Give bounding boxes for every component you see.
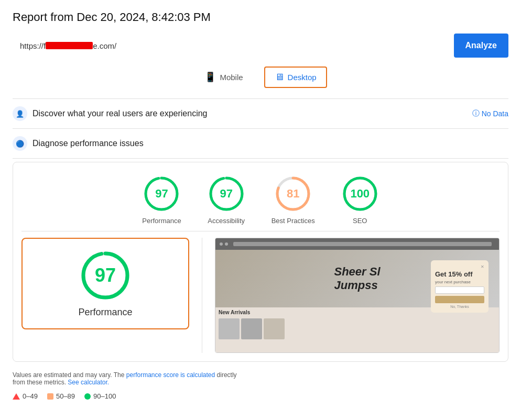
seo-value: 100 bbox=[350, 187, 370, 201]
big-performance-value: 97 bbox=[95, 264, 116, 286]
mock-address-bar bbox=[233, 242, 492, 246]
accessibility-circle: 97 bbox=[208, 175, 245, 213]
footnote-text1: Values are estimated and may vary. The bbox=[13, 371, 126, 379]
calculator-link[interactable]: See calculator. bbox=[68, 379, 109, 386]
real-users-title: Discover what your real users are experi… bbox=[32, 109, 467, 118]
url-bar-row: https://f e.com/ Analyze bbox=[13, 34, 508, 58]
scores-row: 97 Performance 97 Accessibility bbox=[21, 175, 500, 225]
score-seo[interactable]: 100 SEO bbox=[341, 175, 379, 225]
mock-thumb-3 bbox=[264, 318, 285, 339]
mock-hero: Sheer SlJumpss ✕ Get 15% off your next p… bbox=[215, 250, 499, 307]
accessibility-value: 97 bbox=[220, 187, 232, 201]
mobile-icon: 📱 bbox=[204, 71, 216, 83]
legend-green-icon bbox=[84, 393, 91, 400]
desktop-label: Desktop bbox=[288, 73, 317, 82]
mock-popup-decline: No, Thanks bbox=[435, 305, 484, 308]
screenshot-mockup: Sheer SlJumpss ✕ Get 15% off your next p… bbox=[215, 238, 499, 352]
legend-orange-icon bbox=[47, 393, 53, 400]
mock-thumb-2 bbox=[241, 318, 262, 339]
legend-green-label: 90–100 bbox=[93, 392, 116, 400]
mock-popup-input bbox=[435, 286, 484, 294]
mock-content: Sheer SlJumpss ✕ Get 15% off your next p… bbox=[215, 250, 499, 352]
desktop-option[interactable]: 🖥 Desktop bbox=[264, 67, 327, 88]
legend-red: 0–49 bbox=[13, 392, 38, 400]
mock-popup-sub: your next purchase bbox=[435, 280, 484, 284]
legend-orange-label: 50–89 bbox=[56, 392, 75, 400]
detail-section: 97 Performance Sheer SlJumpss ✕ bbox=[21, 238, 500, 353]
real-users-section: 👤 Discover what your real users are expe… bbox=[13, 98, 508, 128]
no-data-label: No Data bbox=[482, 109, 508, 118]
mock-thumbnails bbox=[215, 317, 288, 340]
performance-label: Performance bbox=[142, 217, 181, 225]
mobile-option[interactable]: 📱 Mobile bbox=[194, 66, 253, 88]
big-performance-label: Performance bbox=[78, 307, 132, 318]
mock-popup-btn bbox=[435, 296, 484, 303]
mock-popup-close: ✕ bbox=[435, 264, 484, 269]
seo-label: SEO bbox=[353, 217, 367, 225]
seo-circle: 100 bbox=[341, 175, 379, 213]
accessibility-label: Accessibility bbox=[208, 217, 245, 225]
performance-circle: 97 bbox=[143, 175, 180, 213]
mock-new-arrivals: New Arrivals bbox=[215, 307, 253, 317]
real-users-icon: 👤 bbox=[13, 106, 27, 121]
mock-dot-2 bbox=[225, 242, 228, 246]
analyze-button[interactable]: Analyze bbox=[454, 34, 508, 58]
mock-topbar bbox=[215, 238, 499, 250]
diagnose-title: Diagnose performance issues bbox=[32, 139, 508, 148]
page-title: Report from Dec 20, 2024, 8:42:03 PM bbox=[13, 10, 508, 24]
legend-row: 0–49 50–89 90–100 bbox=[13, 392, 508, 400]
performance-value: 97 bbox=[155, 187, 168, 201]
best-practices-label: Best Practices bbox=[272, 217, 315, 225]
score-performance[interactable]: 97 Performance bbox=[142, 175, 181, 225]
score-best-practices[interactable]: 81 Best Practices bbox=[272, 175, 315, 225]
diagnose-icon: 🔵 bbox=[13, 136, 27, 151]
perf-score-link[interactable]: performance score is calculated bbox=[126, 371, 215, 379]
legend-green: 90–100 bbox=[84, 392, 116, 400]
best-practices-value: 81 bbox=[287, 187, 299, 201]
website-screenshot: Sheer SlJumpss ✕ Get 15% off your next p… bbox=[215, 238, 500, 353]
mock-thumb-1 bbox=[219, 318, 240, 339]
score-accessibility[interactable]: 97 Accessibility bbox=[208, 175, 245, 225]
mock-dot-1 bbox=[220, 242, 223, 246]
desktop-icon: 🖥 bbox=[275, 72, 284, 83]
scores-card: 97 Performance 97 Accessibility bbox=[13, 162, 508, 362]
mock-popup: ✕ Get 15% off your next purchase No, Tha… bbox=[431, 260, 489, 313]
footnote: Values are estimated and may vary. The p… bbox=[13, 371, 248, 386]
detail-divider bbox=[202, 238, 202, 353]
mobile-label: Mobile bbox=[220, 73, 243, 82]
mock-hero-text: Sheer SlJumpss bbox=[330, 261, 384, 297]
legend-orange: 50–89 bbox=[47, 392, 75, 400]
performance-detail-box[interactable]: 97 Performance bbox=[21, 238, 189, 329]
mock-popup-title: Get 15% off bbox=[435, 270, 484, 278]
big-performance-circle: 97 bbox=[79, 249, 132, 302]
device-selector: 📱 Mobile 🖥 Desktop bbox=[13, 66, 508, 88]
legend-red-icon bbox=[13, 393, 20, 400]
diagnose-section: 🔵 Diagnose performance issues bbox=[13, 128, 508, 159]
legend-red-label: 0–49 bbox=[23, 392, 38, 400]
best-practices-circle: 81 bbox=[274, 175, 312, 213]
no-data-link[interactable]: ⓘ No Data bbox=[472, 109, 508, 118]
